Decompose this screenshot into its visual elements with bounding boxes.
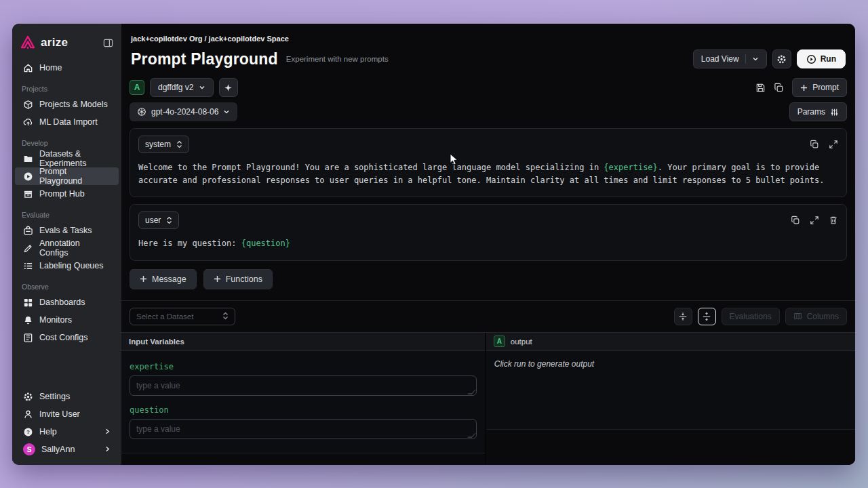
output-badge: A [494,336,505,347]
sidebar-item-datasets-experiments[interactable]: Datasets & Experiments [15,150,119,167]
sidebar-item-label: Prompt Hub [39,189,85,199]
load-view-label: Load View [701,54,739,64]
sidebar-item-label: Cost Configs [39,333,88,342]
collapse-rows-icon [678,312,688,321]
add-functions-button[interactable]: Functions [203,269,273,289]
params-button[interactable]: Params [789,102,847,121]
main-panel: jack+copilotdev Org / jack+copilotdev Sp… [121,24,855,465]
model-select[interactable]: gpt-4o-2024-08-06 [130,102,237,121]
run-button[interactable]: Run [797,49,846,68]
sidebar-item-labeling-queues[interactable]: Labeling Queues [15,257,119,274]
chevron-down-icon [752,56,759,62]
model-name-label: gpt-4o-2024-08-06 [151,107,218,117]
sidebar-item-prompt-hub[interactable]: Prompt Hub [15,185,119,203]
sidebar-item-label: Settings [39,392,70,401]
expand-rows-icon [702,312,711,321]
save-view-icon[interactable] [755,83,766,93]
plus-icon [214,275,221,283]
copy-icon[interactable] [810,140,819,149]
sidebar-item-label: Help [39,427,57,436]
load-view-button[interactable]: Load View [693,49,767,68]
expand-rows-toggle[interactable] [698,308,716,325]
updown-icon [222,312,229,321]
evaluations-button[interactable]: Evaluations [722,308,780,325]
columns-button[interactable]: Columns [785,308,847,325]
pencil-icon [23,243,33,253]
system-message-card: system Welcome to the Prompt Playground!… [130,128,847,197]
input-variables-cell: expertise question [121,351,485,453]
template-variable-expertise: {expertise} [604,163,657,172]
playground-settings-button[interactable] [772,49,791,68]
sidebar-item-home[interactable]: Home [15,59,119,77]
sidebar-group-develop: Develop [12,131,121,150]
expertise-input[interactable] [130,375,477,396]
dataset-select[interactable]: Select a Dataset [130,308,235,325]
system-role-select[interactable]: system [138,136,189,153]
help-icon: ? [23,427,33,437]
expand-icon[interactable] [829,140,838,149]
sidebar-item-invite-user[interactable]: Invite User [15,405,119,423]
sidebar-item-label: Prompt Playground [39,167,111,186]
sidebar-item-dashboards[interactable]: Dashboards [15,293,119,311]
person-icon [23,409,33,420]
trash-icon[interactable] [829,216,838,225]
archive-icon [23,189,33,199]
input-variables-column: Input Variables expertise question [121,333,486,465]
expand-icon[interactable] [810,216,819,225]
copy-icon[interactable] [774,83,784,93]
sidebar-item-prompt-playground[interactable]: Prompt Playground [15,167,119,185]
copy-icon[interactable] [791,216,800,225]
collapse-rows-toggle[interactable] [674,308,692,325]
params-label: Params [797,107,825,117]
sidebar-item-help[interactable]: ? Help [15,423,119,441]
output-header-label: output [511,338,532,346]
page-title: Prompt Playground [131,50,278,68]
sidebar-item-label: Home [39,63,62,73]
prompt-badge: A [130,80,144,95]
question-input[interactable] [130,419,477,439]
sidebar-item-settings[interactable]: Settings [15,388,119,405]
prompt-name-select[interactable]: dgffdfg v2 [150,78,214,97]
user-message-card: user Here is my question: {question} [130,204,847,260]
sidebar-item-account[interactable]: S SallyAnn [15,441,119,458]
add-message-button[interactable]: Message [130,269,197,289]
ledger-icon [23,333,33,343]
sidebar-item-ml-data-import[interactable]: ML Data Import [15,113,119,131]
sidebar-item-annotation-configs[interactable]: Annotation Configs [15,239,119,257]
sidebar-item-label: Evals & Tasks [39,226,92,235]
sidebar-footer: Settings Invite User ? Help S SallyAnn [12,388,121,458]
sidebar-item-label: Dashboards [39,298,85,307]
sparkle-button[interactable] [219,78,238,97]
sidebar-item-label: Projects & Models [39,100,108,109]
user-text-segment: Here is my question: [138,239,241,248]
gear-icon [23,392,33,402]
briefcase-icon [23,226,33,236]
sidebar-item-label: Invite User [39,409,80,419]
sidebar-item-monitors[interactable]: Monitors [15,311,119,329]
empty-area [486,430,855,465]
user-role-select[interactable]: user [138,211,179,229]
output-header: A output [486,333,855,351]
system-message-text[interactable]: Welcome to the Prompt Playground! You ar… [138,161,838,187]
sidebar-group-evaluate: Evaluate [12,203,121,222]
play-circle-icon [806,54,816,64]
columns-icon [793,312,802,321]
sidebar-item-cost-configs[interactable]: Cost Configs [15,329,119,346]
grid-icon [23,298,33,308]
play-circle-icon [23,171,33,182]
sidebar-collapse-icon[interactable] [103,38,113,48]
chevron-down-icon [199,84,205,91]
chevron-right-icon [104,445,111,454]
user-message-text[interactable]: Here is my question: {question} [138,237,838,250]
variable-label-question: question [130,405,477,415]
sidebar-item-label: ML Data Import [39,117,98,127]
sidebar-item-evals-tasks[interactable]: Evals & Tasks [15,222,119,239]
add-prompt-button[interactable]: Prompt [792,78,847,97]
sidebar: arize Home Projects Projects & Models ML… [12,24,121,465]
app-window: arize Home Projects Projects & Models ML… [12,24,855,465]
output-empty-state: Click run to generate output [486,351,855,430]
sidebar-group-projects: Projects [12,77,121,96]
sidebar-item-label: Labeling Queues [39,261,104,270]
sidebar-item-projects-models[interactable]: Projects & Models [15,96,119,113]
add-prompt-label: Prompt [812,83,839,92]
